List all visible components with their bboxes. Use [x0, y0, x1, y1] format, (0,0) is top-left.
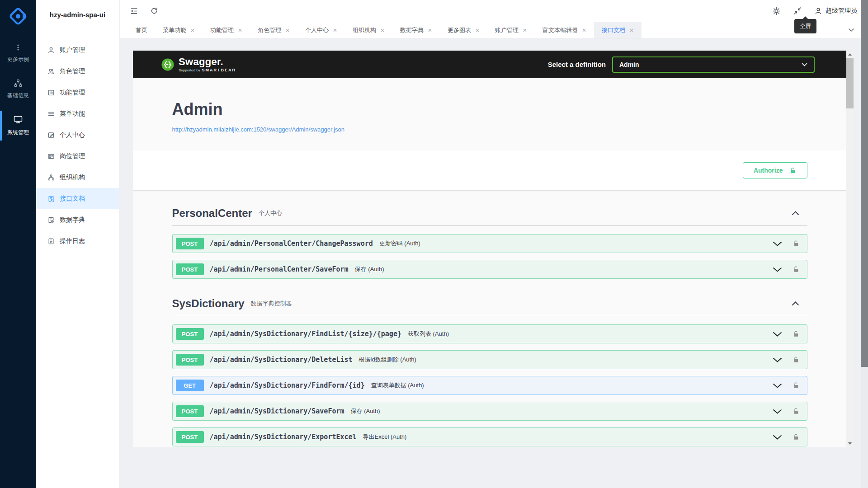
section-name: SysDictionary — [172, 297, 245, 310]
swagger-brand-name: Swagger. — [179, 57, 236, 67]
endpoint-row[interactable]: POST /api/admin/SysDictionary/DeleteList… — [172, 350, 807, 369]
definition-select[interactable]: Admin — [612, 56, 815, 73]
close-icon[interactable] — [475, 28, 480, 33]
close-icon[interactable] — [190, 28, 195, 33]
tab-organization[interactable]: 组织机构 — [345, 22, 392, 38]
exit-fullscreen-icon[interactable] — [793, 6, 802, 15]
endpoint-row[interactable]: POST /api/admin/SysDictionary/FindList/{… — [172, 324, 807, 343]
unlock-icon[interactable] — [793, 381, 800, 389]
tab-label: 首页 — [136, 26, 147, 34]
tab-more-charts[interactable]: 更多图表 — [440, 22, 487, 38]
sidebar-item-personal-center[interactable]: 个人中心 — [36, 124, 119, 145]
close-icon[interactable] — [333, 28, 337, 33]
chevron-up-icon[interactable] — [792, 211, 799, 216]
endpoint-path: /api/admin/PersonalCenter/SaveForm — [210, 265, 349, 273]
rail-item-more-examples[interactable]: 更多示例 — [0, 37, 36, 70]
sidebar-item-post-management[interactable]: 岗位管理 — [36, 145, 119, 167]
sidebar-item-account-management[interactable]: 账户管理 — [36, 39, 119, 61]
fullscreen-tooltip: 全屏 — [794, 19, 816, 33]
swagger-brand-text: Swagger. Supported by SMARTBEAR — [179, 57, 236, 72]
chevron-down-icon[interactable] — [773, 332, 782, 337]
chevron-down-icon[interactable] — [773, 241, 782, 246]
sidebar-item-api-docs[interactable]: 接口文档 — [36, 188, 119, 209]
endpoint-row[interactable]: POST /api/admin/SysDictionary/ExportExce… — [172, 427, 807, 446]
tab-api-docs[interactable]: 接口文档 — [594, 22, 642, 38]
tab-menu-function[interactable]: 菜单功能 — [155, 22, 203, 38]
sidebar-item-label: 功能管理 — [60, 89, 85, 97]
method-badge: POST — [176, 238, 204, 249]
sidebar-item-organization[interactable]: 组织机构 — [36, 167, 119, 188]
app-logo-icon[interactable] — [8, 6, 28, 27]
tab-label: 富文本编辑器 — [542, 26, 578, 34]
scroll-down-arrow-icon[interactable] — [848, 442, 852, 445]
tab-label: 接口文档 — [602, 26, 625, 34]
chevron-down-icon[interactable] — [773, 267, 782, 272]
endpoint-row[interactable]: GET /api/admin/SysDictionary/FindForm/{i… — [172, 376, 807, 395]
endpoint-row[interactable]: POST /api/admin/PersonalCenter/SaveForm … — [172, 260, 807, 279]
endpoint-row[interactable]: POST /api/admin/PersonalCenter/ChangePas… — [172, 234, 807, 253]
swagger-logo-icon — [161, 58, 174, 71]
tab-rich-text-editor[interactable]: 富文本编辑器 — [535, 22, 594, 38]
unlock-icon[interactable] — [793, 239, 800, 248]
authorize-button[interactable]: Authorize — [743, 162, 807, 178]
section-header[interactable]: SysDictionary 数据字典控制器 — [172, 292, 807, 316]
tab-data-dictionary[interactable]: 数据字典 — [392, 22, 440, 38]
tab-account-management[interactable]: 账户管理 — [487, 22, 535, 38]
settings-gear-icon[interactable] — [772, 7, 781, 15]
sidebar-item-menu-function[interactable]: 菜单功能 — [36, 103, 119, 124]
tab-personal-center[interactable]: 个人中心 — [297, 22, 345, 38]
tab-feature-management[interactable]: 功能管理 — [203, 22, 250, 38]
unlock-icon[interactable] — [793, 433, 800, 441]
tab-role-management[interactable]: 角色管理 — [250, 22, 297, 38]
method-badge: POST — [176, 263, 204, 275]
sidebar-item-label: 个人中心 — [60, 131, 85, 139]
close-icon[interactable] — [238, 28, 242, 33]
swagger-scrollbar[interactable] — [846, 51, 854, 447]
tab-label: 更多图表 — [448, 26, 471, 34]
unlock-icon[interactable] — [793, 265, 800, 273]
scroll-up-arrow-icon[interactable] — [848, 53, 852, 56]
close-icon[interactable] — [629, 28, 634, 33]
sidebar-item-feature-management[interactable]: 功能管理 — [36, 82, 119, 103]
section-description: 数据字典控制器 — [251, 300, 292, 308]
refresh-icon[interactable] — [150, 7, 158, 15]
sidebar-item-data-dictionary[interactable]: 数据字典 — [36, 209, 119, 230]
spec-url-link[interactable]: http://hzyadmin.milaizhijie.com:1520/swa… — [172, 126, 345, 133]
tab-overflow-chevron-icon[interactable] — [848, 22, 854, 38]
endpoint-path: /api/admin/SysDictionary/SaveForm — [210, 407, 344, 415]
sidebar-fold-icon[interactable] — [130, 7, 138, 15]
window-scrollbar[interactable] — [861, 0, 868, 488]
unlock-icon[interactable] — [793, 356, 800, 364]
sidebar-item-operation-log[interactable]: 操作日志 — [36, 230, 119, 252]
sidebar-item-label: 操作日志 — [60, 237, 85, 245]
sidebar-item-label: 岗位管理 — [60, 152, 85, 160]
sidebar-item-label: 角色管理 — [60, 67, 85, 75]
rail-item-label: 系统管理 — [7, 129, 29, 136]
unlock-icon[interactable] — [793, 407, 800, 415]
close-icon[interactable] — [582, 28, 586, 33]
rail-item-basic-info[interactable]: 基础信息 — [0, 72, 36, 106]
unlock-icon[interactable] — [793, 330, 800, 338]
close-icon[interactable] — [428, 28, 432, 33]
endpoint-row[interactable]: POST /api/admin/SysDictionary/SaveForm 保… — [172, 402, 807, 421]
close-icon[interactable] — [523, 28, 527, 33]
window-scrollbar-thumb[interactable] — [861, 0, 868, 367]
top-header: 超级管理员 — [120, 0, 868, 22]
chevron-up-icon[interactable] — [792, 301, 799, 306]
swagger-sponsor: SMARTBEAR — [202, 68, 236, 72]
close-icon[interactable] — [285, 28, 290, 33]
rail-item-system-management[interactable]: 系统管理 — [0, 108, 36, 143]
close-icon[interactable] — [380, 28, 385, 33]
user-menu[interactable]: 超级管理员 — [814, 7, 857, 15]
sidebar-item-role-management[interactable]: 角色管理 — [36, 61, 119, 82]
endpoint-path: /api/admin/SysDictionary/FindForm/{id} — [210, 381, 365, 389]
chevron-down-icon[interactable] — [773, 357, 782, 362]
section-name: PersonalCenter — [172, 206, 252, 220]
chevron-down-icon[interactable] — [773, 383, 782, 388]
chevron-down-icon[interactable] — [773, 409, 782, 414]
scrollbar-thumb[interactable] — [846, 58, 854, 108]
section-header[interactable]: PersonalCenter 个人中心 — [172, 202, 807, 226]
tab-home[interactable]: 首页 — [128, 22, 155, 38]
tab-label: 功能管理 — [210, 26, 234, 34]
chevron-down-icon[interactable] — [773, 435, 782, 440]
